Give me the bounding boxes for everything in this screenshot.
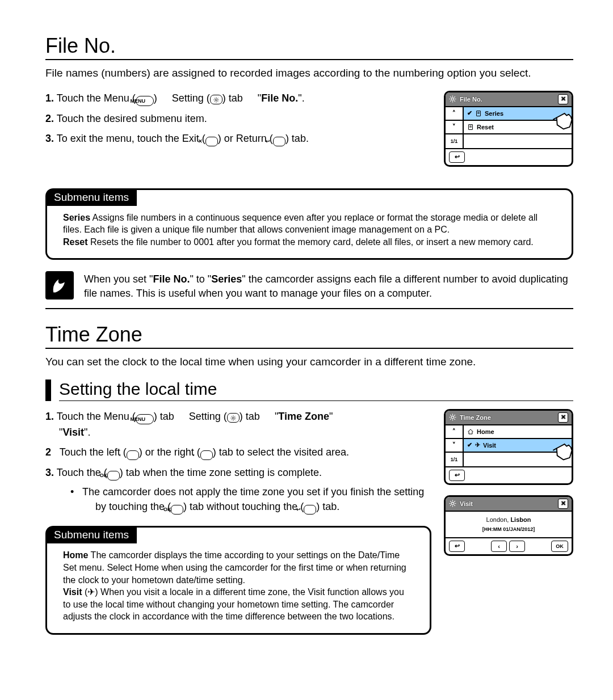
home-icon (467, 428, 474, 435)
step-number: 1. (45, 92, 54, 104)
menu-icon: MENU (136, 414, 154, 424)
gear-icon (449, 414, 456, 421)
submenu-item-reset: Reset Resets the file number to 0001 aft… (63, 236, 556, 248)
right-button[interactable]: › (509, 541, 525, 552)
time-zone-step-3: 3. Touch the (OK) tab when the time zone… (45, 465, 431, 515)
svg-line-17 (454, 96, 455, 98)
close-button[interactable]: ✕ (558, 94, 568, 104)
return-button[interactable]: ↩ (449, 151, 465, 163)
svg-line-16 (450, 100, 451, 102)
lcd-visit: Visit ✕ London, Lisbon [HH:MM 01/JAN/201… (444, 495, 573, 556)
file-no-step-3: 3. To exit the menu, touch the Exit (✕) … (45, 131, 431, 147)
subheading-row: Setting the local time (45, 379, 573, 401)
text-bold: File No. (261, 92, 298, 104)
lcd-item-label: Reset (477, 124, 494, 130)
text: ) or Return ( (218, 133, 273, 144)
submenu-item-visit: Visit (✈) When you visit a locale in a d… (63, 586, 414, 623)
text: " (329, 411, 333, 422)
close-button[interactable]: ✕ (558, 499, 568, 509)
step-number: 1. (45, 411, 54, 422)
gear-icon (449, 95, 456, 103)
lcd-scroll: ˄ ˅ 1/1 (446, 425, 464, 466)
file-no-step-2: 2. Touch the desired submenu item. (45, 111, 431, 127)
return-button[interactable]: ↩ (449, 470, 465, 481)
svg-line-51 (450, 505, 451, 506)
svg-line-42 (454, 415, 455, 416)
text-bold: Time Zone (278, 411, 329, 422)
svg-line-52 (454, 501, 455, 502)
file-no-intro: File names (numbers) are assigned to rec… (45, 66, 573, 81)
step-number: 3. (45, 133, 54, 144)
svg-line-14 (450, 96, 451, 98)
left-icon: ‹ (127, 450, 139, 460)
svg-line-49 (450, 501, 451, 502)
svg-line-41 (450, 419, 451, 420)
text: Touch the Menu ( (57, 92, 136, 104)
svg-point-34 (451, 416, 454, 418)
gear-icon (449, 500, 456, 507)
left-button[interactable]: ‹ (491, 541, 507, 552)
page-indicator: 1/1 (446, 453, 463, 466)
time-zone-submenu-box: Submenu items Home The camcorder display… (45, 526, 431, 635)
svg-point-44 (451, 502, 454, 504)
text: ( (82, 587, 88, 597)
file-no-step-1: 1. Touch the Menu (MENU)Setting () tab"F… (45, 91, 431, 107)
svg-point-9 (451, 98, 454, 100)
text: ) tab (222, 92, 243, 104)
time-zone-step-2: 2 Touch the left (‹) or the right (›) ta… (45, 445, 431, 461)
lcd-item-label: Visit (483, 442, 496, 449)
close-button[interactable]: ✕ (558, 412, 568, 423)
step-number: 2 (45, 446, 51, 458)
plane-icon: ✈ (475, 441, 480, 449)
text: ) (154, 92, 157, 104)
down-button[interactable]: ˅ (446, 439, 463, 453)
city-text: London, (486, 516, 509, 523)
svg-line-43 (553, 448, 556, 450)
svg-line-33 (234, 416, 235, 416)
section-title-file-no: File No. (45, 34, 573, 60)
up-button[interactable]: ˄ (446, 107, 463, 121)
text-bold: Visit (62, 427, 84, 438)
up-button[interactable]: ˄ (446, 425, 463, 439)
step-number: 3. (45, 467, 54, 478)
text: ) tab (240, 411, 260, 422)
svg-line-8 (217, 98, 218, 98)
svg-line-15 (454, 100, 455, 102)
ok-button[interactable]: OK (551, 541, 568, 552)
svg-line-40 (454, 419, 455, 420)
submenu-item-name: Visit (63, 587, 82, 597)
subheading-setting-local-time: Setting the local time (59, 379, 573, 401)
file-no-steps: 1. Touch the Menu (MENU)Setting () tab"F… (45, 91, 431, 147)
note-icon (45, 271, 74, 300)
doc-icon (467, 124, 474, 130)
svg-line-7 (214, 101, 215, 102)
svg-line-6 (217, 101, 218, 102)
step-number: 2. (45, 113, 54, 124)
return-icon: ↩ (273, 137, 285, 146)
pointing-hand-icon (549, 437, 573, 463)
text: ) tab. (285, 133, 309, 144)
doc-icon (475, 110, 482, 117)
text: Touch the desired submenu item. (57, 113, 207, 124)
page-indicator: 1/1 (446, 134, 463, 148)
svg-line-31 (234, 419, 235, 420)
lcd-title: Time Zone (460, 414, 555, 421)
svg-line-32 (232, 419, 232, 420)
submenu-item-desc: Resets the file number to 0001 after you… (88, 237, 534, 247)
time-zone-steps: 1. Touch the Menu (MENU) tabSetting () t… (45, 409, 431, 515)
submenu-tab: Submenu items (46, 189, 137, 206)
submenu-item-desc: Assigns file numbers in a continuous seq… (63, 213, 538, 235)
svg-line-5 (214, 98, 215, 98)
down-button[interactable]: ˅ (446, 121, 463, 134)
exit-icon: ✕ (205, 137, 218, 146)
return-button[interactable]: ↩ (449, 541, 465, 552)
section-title-time-zone: Time Zone (45, 323, 573, 349)
plane-icon: ✈ (87, 587, 95, 597)
text: ". (84, 427, 90, 438)
check-icon (467, 441, 472, 449)
lcd-time-zone: Time Zone ✕ ˄ ˅ 1/1 Home ✈ (444, 409, 573, 485)
ok-icon: OK (171, 505, 183, 515)
file-no-submenu-box: Submenu items Series Assigns file number… (45, 188, 573, 260)
submenu-item-name: Home (63, 550, 88, 560)
lcd-item-label: Home (477, 428, 494, 435)
